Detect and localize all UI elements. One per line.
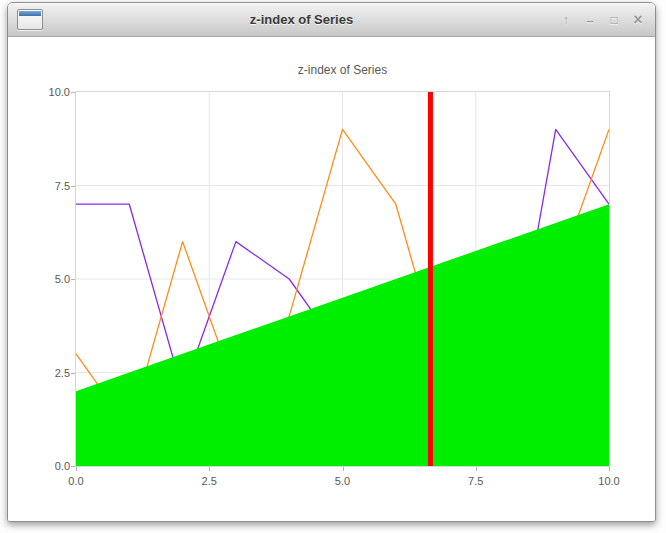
x-axis-tick-label: 5.0 bbox=[321, 474, 365, 488]
y-axis-tick-label: 2.5 bbox=[8, 366, 70, 380]
plot-area bbox=[75, 91, 610, 467]
shade-button[interactable]: ↑ bbox=[557, 10, 575, 30]
y-axis-tick bbox=[71, 186, 75, 187]
window-content: z-index of Series 0.02.55.07.510.00.02.5… bbox=[8, 37, 655, 521]
y-axis-tick-label: 0.0 bbox=[8, 459, 70, 473]
window-title: z-index of Series bbox=[58, 3, 545, 37]
x-axis-tick-label: 10.0 bbox=[587, 474, 631, 488]
x-axis-tick bbox=[76, 467, 77, 471]
y-axis-tick bbox=[71, 279, 75, 280]
x-axis-tick bbox=[476, 467, 477, 471]
desktop: z-index of Series ↑ – □ × z-index of Ser… bbox=[0, 0, 666, 533]
y-axis-tick bbox=[71, 466, 75, 467]
minimize-button[interactable]: – bbox=[581, 11, 599, 31]
window-icon-titlebar-stripe bbox=[19, 11, 41, 16]
x-axis-tick bbox=[609, 467, 610, 471]
window-titlebar[interactable]: z-index of Series ↑ – □ × bbox=[8, 3, 655, 37]
app-window: z-index of Series ↑ – □ × z-index of Ser… bbox=[7, 2, 656, 522]
x-axis-tick bbox=[209, 467, 210, 471]
x-axis-tick-label: 2.5 bbox=[187, 474, 231, 488]
window-icon[interactable] bbox=[17, 9, 43, 30]
close-button[interactable]: × bbox=[629, 10, 647, 30]
y-axis-tick bbox=[71, 92, 75, 93]
window-controls: ↑ – □ × bbox=[557, 3, 647, 37]
maximize-button[interactable]: □ bbox=[605, 10, 623, 30]
y-axis-tick-label: 7.5 bbox=[8, 179, 70, 193]
y-axis-tick-label: 5.0 bbox=[8, 272, 70, 286]
y-axis-tick bbox=[71, 373, 75, 374]
chart-title: z-index of Series bbox=[75, 63, 610, 79]
plot-canvas bbox=[76, 92, 609, 466]
y-axis-tick-label: 10.0 bbox=[8, 85, 70, 99]
x-axis-tick-label: 7.5 bbox=[454, 474, 498, 488]
x-axis-tick-label: 0.0 bbox=[54, 474, 98, 488]
x-axis-tick bbox=[343, 467, 344, 471]
